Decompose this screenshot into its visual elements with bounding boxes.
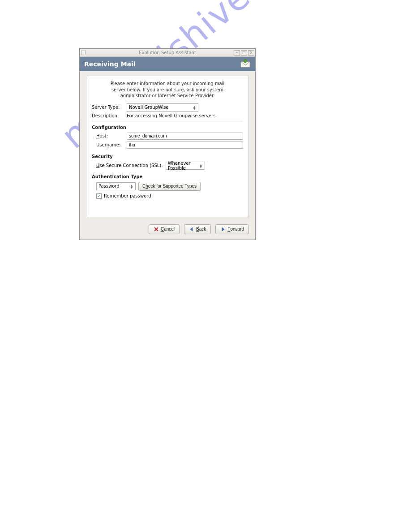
auth-type-row: Password ▲▼ Check for Supported Types [92,182,243,191]
updown-icon: ▲▼ [129,184,134,189]
back-icon [189,227,194,232]
auth-title: Authentication Type [92,174,243,179]
ssl-select[interactable]: Whenever Possible ▲▼ [166,162,205,170]
content-area: Please enter information about your inco… [80,71,255,221]
description-label: Description: [92,113,127,118]
svg-marker-5 [222,227,224,231]
forward-button[interactable]: Forward [215,224,249,234]
remember-password-checkbox[interactable]: ✓ [96,193,102,199]
server-type-select[interactable]: Novell GroupWise ▲▼ [127,103,198,112]
intro-text: Please enter information about your inco… [92,81,243,99]
cancel-icon [154,227,159,232]
updown-icon: ▲▼ [198,163,204,168]
username-input[interactable] [127,142,243,149]
check-supported-types-button[interactable]: Check for Supported Types [138,182,201,191]
maximize-button[interactable]: □ [241,50,247,56]
window-title: Evolution Setup Assistant [80,50,255,55]
cancel-button[interactable]: Cancel [149,224,180,234]
username-label: Username: [92,142,127,147]
footer-buttons: Cancel Back Forward [80,221,255,240]
svg-marker-4 [190,227,193,231]
forward-icon [220,227,226,232]
updown-icon: ▲▼ [192,105,197,110]
main-panel: Please enter information about your inco… [86,76,249,217]
page-title: Receiving Mail [84,60,136,68]
username-row: Username: [92,142,243,149]
dialog-window: Evolution Setup Assistant – □ × Receivin… [79,48,256,240]
minimize-button[interactable]: – [234,50,240,56]
divider [92,121,243,121]
ssl-row: Use Secure Connection (SSL): Whenever Po… [92,162,243,170]
remember-password-label: Remember password [104,193,151,198]
close-button[interactable]: × [248,50,254,56]
host-input[interactable] [127,133,243,140]
description-value: For accessing Novell Groupwise servers [127,113,215,118]
window-controls: – □ × [234,50,254,56]
mail-receive-icon [240,59,251,70]
remember-password-row: ✓ Remember password [92,193,243,199]
titlebar: Evolution Setup Assistant – □ × [80,49,255,57]
description-row: Description: For accessing Novell Groupw… [92,113,243,118]
ssl-label: Use Secure Connection (SSL): [96,163,163,168]
server-type-label: Server Type: [92,105,127,110]
host-label: Host: [92,133,127,138]
host-row: Host: [92,133,243,140]
server-type-row: Server Type: Novell GroupWise ▲▼ [92,103,243,112]
back-button[interactable]: Back [184,224,211,234]
auth-type-select[interactable]: Password ▲▼ [96,182,136,190]
security-title: Security [92,154,243,159]
configuration-title: Configuration [92,125,243,130]
page-header: Receiving Mail [80,57,255,71]
